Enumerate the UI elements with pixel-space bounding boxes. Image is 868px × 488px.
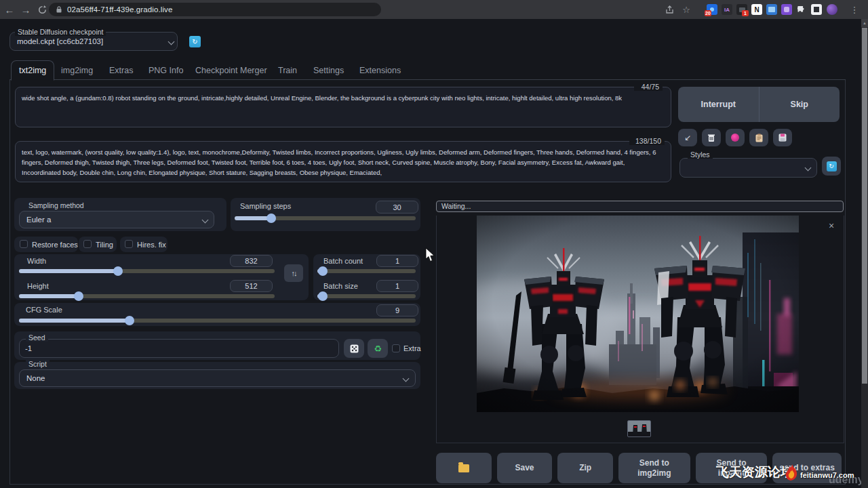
cfg-scale-label: CFG Scale [26,306,62,314]
negative-prompt-textarea[interactable]: text, logo, watermark, (worst quality, l… [15,141,671,182]
share-icon[interactable] [663,0,676,19]
scrollbar[interactable]: ▲ [861,19,868,488]
tab-checkpoint-merger[interactable]: Checkpoint Merger [195,60,267,80]
clear-prompt-button[interactable] [702,129,721,146]
ext-puzzle-icon[interactable] [796,4,807,15]
checkpoint-refresh-button[interactable]: ↻ [189,36,201,47]
height-slider[interactable] [19,294,275,298]
url-text: 02a56ff4-71ff-439e.gradio.live [67,5,172,14]
styles-label: Styles [688,150,713,159]
seed-label: Seed [26,333,48,342]
extra-seed-checkbox[interactable] [392,344,400,352]
ext-image-icon[interactable] [766,4,777,15]
tab-img2img[interactable]: img2img [61,60,93,80]
restore-faces-label: Restore faces [32,241,78,249]
ext-camera-icon[interactable]: 1 [736,4,747,15]
menu-dots-icon[interactable]: ⋮ [848,0,861,19]
swap-dimensions-button[interactable]: ↑↓ [284,264,303,282]
sampling-steps-label: Sampling steps [240,202,291,210]
url-bar[interactable]: 02a56ff4-71ff-439e.gradio.live [49,3,381,16]
close-image-icon[interactable]: × [829,220,834,231]
ext-notion-icon[interactable]: N [751,4,762,15]
gallery-thumbnail[interactable] [627,420,651,437]
cfg-scale-slider[interactable] [19,319,416,323]
tab-extras[interactable]: Extras [109,60,133,80]
height-value[interactable]: 512 [230,280,273,292]
mouse-cursor [425,248,435,262]
save-button[interactable]: Save [497,453,553,483]
batch-count-value[interactable]: 1 [376,255,418,267]
tiling-label: Tiling [96,241,113,249]
zip-button[interactable]: Zip [557,453,613,483]
seed-input[interactable]: -1 [19,339,339,358]
reuse-seed-button[interactable]: ♻ [368,339,388,358]
sd-webui-app: Stable Diffusion checkpoint model.ckpt [… [0,0,861,488]
hires-fix-label: Hires. fix [137,241,166,249]
generated-image[interactable] [477,216,799,412]
send-to-img2img-button[interactable]: Send to img2img [618,453,690,483]
watermark-site-text: 飞天资源论坛 [716,464,793,481]
chevron-down-icon [202,217,209,224]
batch-count-slider[interactable] [317,269,416,273]
open-folder-button[interactable] [436,453,492,483]
extra-seed-label: Extra [403,344,421,352]
width-value[interactable]: 832 [230,255,273,267]
random-seed-button[interactable] [344,339,364,358]
sampling-steps-value[interactable]: 30 [376,201,418,214]
scrollbar-thumb[interactable] [862,28,867,384]
save-style-button[interactable] [773,129,792,146]
batch-size-label: Batch size [323,282,358,290]
tab-txt2img[interactable]: txt2img [11,60,54,81]
watermark-flame-icon [784,463,800,483]
script-select[interactable]: None [19,369,416,387]
chevron-down-icon [805,165,812,171]
sampling-method-select[interactable]: Euler a [19,211,214,228]
batch-size-slider[interactable] [317,294,416,298]
apply-style-button[interactable] [749,129,768,146]
restore-faces-checkbox[interactable] [20,240,28,248]
negative-token-counter: 138/150 [629,137,665,145]
tiling-checkbox[interactable] [83,240,92,248]
refresh-icon[interactable] [35,0,49,19]
ext-white-icon[interactable] [811,4,822,15]
recycle-icon: ♻ [374,344,382,354]
hires-fix-checkbox[interactable] [125,240,133,248]
trash-icon [707,134,715,142]
clipboard-icon [755,134,763,142]
ext-pin-icon[interactable]: 20 [707,4,717,15]
ext-ia-icon[interactable]: IA [722,4,732,15]
chevron-down-icon [168,39,175,45]
styles-dropdown[interactable] [679,158,817,178]
prompt-textarea[interactable]: wide shot angle, a (gundam:0.8) robot st… [15,87,671,127]
width-label: Width [27,257,46,265]
tab-png-info[interactable]: PNG Info [149,60,183,80]
cfg-scale-value[interactable]: 9 [376,304,418,317]
generate-buttons: Interrupt Skip [678,87,840,122]
avatar[interactable] [827,4,837,15]
bookmark-star-icon[interactable]: ☆ [679,0,693,19]
paste-params-button[interactable]: ↙ [678,129,697,146]
forward-icon[interactable]: → [19,0,33,19]
styles-refresh-button[interactable]: ↻ [822,157,841,176]
scroll-up-icon[interactable]: ▲ [861,19,868,27]
width-slider[interactable] [19,269,275,273]
tab-settings[interactable]: Settings [313,60,344,80]
palette-icon [731,134,739,142]
sampling-method-label: Sampling method [26,201,87,209]
browser-toolbar: ← → 02a56ff4-71ff-439e.gradio.live ☆ 20 … [0,0,868,19]
watermark-domain-text: feitianwu7.com [800,471,854,479]
interrupt-button[interactable]: Interrupt [678,87,759,122]
extra-networks-button[interactable] [726,129,745,146]
tab-bar: txt2img img2img Extras PNG Info Checkpoi… [9,60,846,80]
folder-icon [458,464,469,472]
back-icon[interactable]: ← [3,0,16,19]
skip-button[interactable]: Skip [760,87,840,122]
tab-extensions[interactable]: Extensions [359,60,401,80]
tab-train[interactable]: Train [278,60,297,80]
batch-count-label: Batch count [323,257,363,265]
sampling-steps-slider[interactable] [235,216,416,220]
progress-bar: Waiting... [436,201,844,212]
batch-size-value[interactable]: 1 [376,280,418,292]
ext-purple-icon[interactable] [781,4,792,15]
floppy-icon [778,134,787,142]
